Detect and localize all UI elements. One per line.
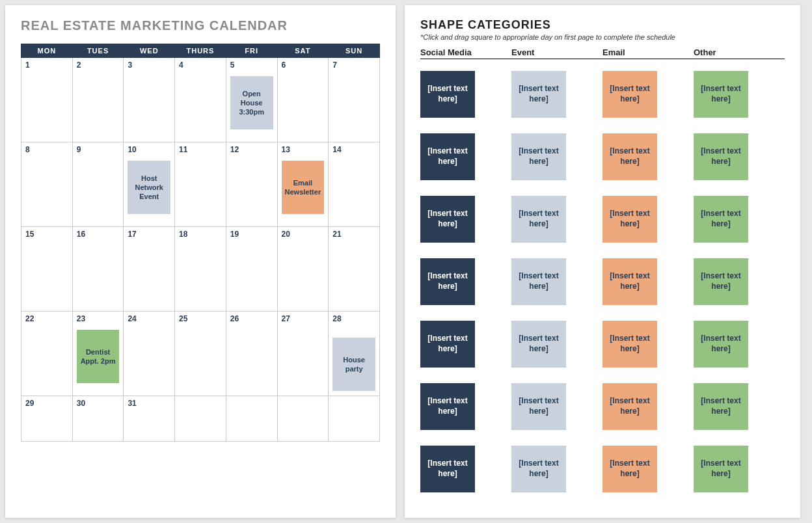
category-column: [Insert text here][Insert text here][Ins… [420, 59, 511, 508]
calendar-cell[interactable]: 30 [72, 396, 124, 442]
day-number: 4 [179, 60, 222, 70]
calendar-cell[interactable]: 4 [175, 58, 226, 142]
day-number: 26 [230, 314, 273, 323]
draggable-shape[interactable]: [Insert text here] [511, 321, 566, 368]
draggable-shape[interactable]: [Insert text here] [694, 71, 748, 118]
day-number: 20 [282, 230, 325, 239]
calendar-cell[interactable]: 6 [277, 58, 329, 142]
calendar-event[interactable]: Dentist Appt. 2pm [77, 330, 120, 383]
calendar-cell[interactable]: 14 [329, 142, 380, 227]
draggable-shape[interactable]: [Insert text here] [602, 446, 657, 492]
calendar-cell[interactable]: 1 [21, 58, 73, 142]
draggable-shape[interactable]: [Insert text here] [602, 383, 657, 430]
draggable-shape[interactable]: [Insert text here] [694, 258, 748, 305]
draggable-shape[interactable]: [Insert text here] [511, 133, 566, 180]
draggable-shape[interactable]: [Insert text here] [420, 446, 475, 492]
calendar-cell[interactable]: 18 [175, 227, 226, 312]
calendar-cell[interactable]: 27 [277, 312, 329, 396]
draggable-shape[interactable]: [Insert text here] [511, 258, 566, 305]
weekday-header: THURS [175, 44, 226, 58]
calendar-cell[interactable] [277, 396, 329, 442]
calendar-cell[interactable]: 24 [124, 312, 175, 396]
draggable-shape[interactable]: [Insert text here] [511, 196, 566, 243]
calendar-cell[interactable] [175, 396, 226, 442]
day-number: 10 [128, 145, 170, 154]
calendar-cell[interactable]: 25 [175, 312, 226, 396]
calendar-cell[interactable] [329, 396, 380, 442]
day-number: 11 [179, 145, 222, 154]
calendar-cell[interactable] [226, 396, 277, 442]
calendar-cell[interactable]: 31 [124, 396, 175, 442]
draggable-shape[interactable]: [Insert text here] [420, 321, 475, 368]
draggable-shape[interactable]: [Insert text here] [694, 321, 748, 368]
category-label: Other [694, 47, 785, 57]
draggable-shape[interactable]: [Insert text here] [694, 196, 748, 243]
draggable-shape[interactable]: [Insert text here] [511, 71, 566, 118]
draggable-shape[interactable]: [Insert text here] [602, 71, 657, 118]
calendar-cell[interactable]: 26 [226, 312, 277, 396]
weekday-header: SAT [277, 44, 329, 58]
day-number: 16 [77, 230, 120, 239]
day-number: 9 [77, 145, 120, 154]
draggable-shape[interactable]: [Insert text here] [602, 196, 657, 243]
calendar-cell[interactable]: 13Email Newsletter [277, 142, 329, 227]
draggable-shape[interactable]: [Insert text here] [694, 383, 748, 430]
draggable-shape[interactable]: [Insert text here] [420, 383, 475, 430]
category-column: [Insert text here][Insert text here][Ins… [511, 59, 602, 508]
draggable-shape[interactable]: [Insert text here] [602, 321, 657, 368]
calendar-title: REAL ESTATE MARKETING CALENDAR [21, 18, 380, 33]
calendar-cell[interactable]: 12 [226, 142, 277, 227]
calendar-cell[interactable]: 23Dentist Appt. 2pm [72, 312, 124, 396]
calendar-event[interactable]: Email Newsletter [282, 161, 325, 214]
draggable-shape[interactable]: [Insert text here] [420, 196, 475, 243]
calendar-cell[interactable]: 21 [329, 227, 380, 312]
draggable-shape[interactable]: [Insert text here] [602, 258, 657, 305]
weekday-header: TUES [72, 44, 124, 58]
day-number: 13 [282, 145, 325, 154]
draggable-shape[interactable]: [Insert text here] [694, 133, 748, 180]
draggable-shape[interactable]: [Insert text here] [694, 446, 748, 492]
weekday-header: WED [124, 44, 175, 58]
calendar-cell[interactable]: 10Host Network Event [124, 142, 175, 227]
calendar-cell[interactable]: 22 [21, 312, 73, 396]
draggable-shape[interactable]: [Insert text here] [420, 133, 475, 180]
day-number: 23 [77, 314, 120, 323]
calendar-cell[interactable]: 2 [72, 58, 124, 142]
calendar-cell[interactable]: 11 [175, 142, 226, 227]
calendar-event[interactable]: Host Network Event [128, 161, 170, 214]
draggable-shape[interactable]: [Insert text here] [420, 258, 475, 305]
day-number: 21 [332, 230, 375, 239]
calendar-cell[interactable]: 5Open House 3:30pm [226, 58, 277, 142]
calendar-cell[interactable]: 9 [72, 142, 124, 227]
day-number: 24 [128, 314, 170, 323]
calendar-cell[interactable]: 15 [21, 227, 73, 312]
day-number: 29 [25, 399, 68, 408]
calendar-cell[interactable]: 8 [21, 142, 73, 227]
category-header-row: Social MediaEventEmailOther [420, 47, 785, 59]
draggable-shape[interactable]: [Insert text here] [511, 446, 566, 492]
category-label: Event [511, 47, 602, 57]
draggable-shape[interactable]: [Insert text here] [602, 133, 657, 180]
category-label: Email [602, 47, 694, 57]
calendar-cell[interactable]: 17 [124, 227, 175, 312]
day-number: 5 [230, 60, 273, 70]
category-column: [Insert text here][Insert text here][Ins… [694, 59, 785, 508]
calendar-event[interactable]: Open House 3:30pm [230, 76, 273, 129]
day-number: 1 [25, 60, 68, 70]
calendar-event[interactable]: House party [332, 338, 375, 391]
calendar-cell[interactable]: 29 [21, 396, 73, 442]
category-label: Social Media [420, 47, 511, 57]
calendar-cell[interactable]: 7 [329, 58, 380, 142]
draggable-shape[interactable]: [Insert text here] [511, 383, 566, 430]
calendar-cell[interactable]: 20 [277, 227, 329, 312]
weekday-header: FRI [226, 44, 277, 58]
calendar-cell[interactable]: 16 [72, 227, 124, 312]
day-number: 3 [128, 60, 170, 70]
draggable-shape[interactable]: [Insert text here] [420, 71, 475, 118]
calendar-cell[interactable]: 3 [124, 58, 175, 142]
calendar-cell[interactable]: 19 [226, 227, 277, 312]
calendar-table: MONTUESWEDTHURSFRISATSUN 12345Open House… [21, 44, 380, 442]
calendar-cell[interactable]: 28House party [329, 312, 380, 396]
category-grid: [Insert text here][Insert text here][Ins… [420, 59, 785, 508]
day-number: 8 [25, 145, 68, 154]
